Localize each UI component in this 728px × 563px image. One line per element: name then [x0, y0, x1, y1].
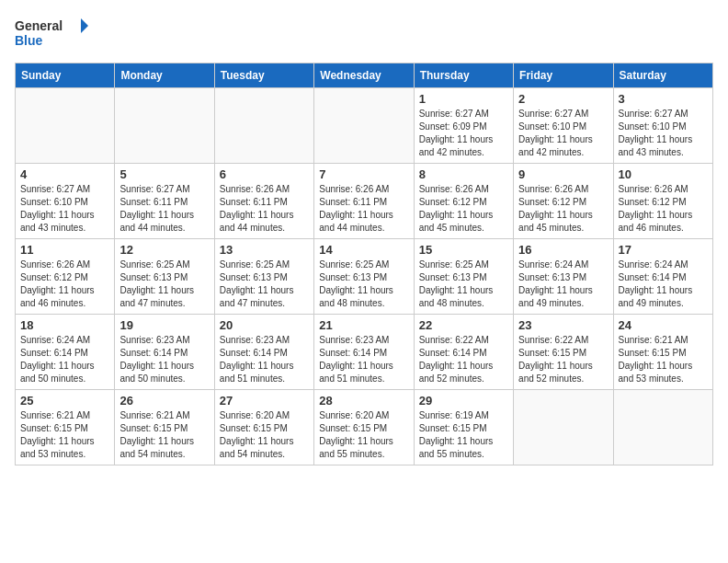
- calendar-cell: 10Sunrise: 6:26 AM Sunset: 6:12 PM Dayli…: [613, 164, 712, 239]
- day-info: Sunrise: 6:26 AM Sunset: 6:12 PM Dayligh…: [20, 259, 109, 310]
- calendar-cell: 26Sunrise: 6:21 AM Sunset: 6:15 PM Dayli…: [115, 390, 214, 465]
- day-number: 8: [419, 167, 508, 181]
- day-number: 17: [619, 243, 708, 257]
- day-number: 12: [119, 243, 209, 257]
- day-number: 11: [20, 243, 109, 257]
- day-info: Sunrise: 6:20 AM Sunset: 6:15 PM Dayligh…: [319, 409, 408, 461]
- logo-svg: General Blue: [15, 15, 88, 52]
- calendar-table: SundayMondayTuesdayWednesdayThursdayFrid…: [15, 63, 713, 465]
- calendar-cell: 14Sunrise: 6:25 AM Sunset: 6:13 PM Dayli…: [314, 239, 414, 315]
- day-info: Sunrise: 6:21 AM Sunset: 6:15 PM Dayligh…: [619, 334, 708, 385]
- day-number: 19: [119, 318, 209, 332]
- day-number: 14: [319, 243, 408, 257]
- day-number: 25: [20, 394, 109, 408]
- calendar-cell: 9Sunrise: 6:26 AM Sunset: 6:12 PM Daylig…: [514, 164, 613, 239]
- calendar-cell: 3Sunrise: 6:27 AM Sunset: 6:10 PM Daylig…: [613, 88, 712, 164]
- day-info: Sunrise: 6:22 AM Sunset: 6:15 PM Dayligh…: [518, 334, 608, 385]
- day-info: Sunrise: 6:25 AM Sunset: 6:13 PM Dayligh…: [419, 259, 508, 310]
- day-number: 4: [20, 167, 109, 181]
- page-header: General Blue: [15, 15, 713, 52]
- calendar-cell: 17Sunrise: 6:24 AM Sunset: 6:14 PM Dayli…: [613, 239, 712, 315]
- svg-text:Blue: Blue: [15, 33, 43, 48]
- day-number: 2: [518, 92, 608, 106]
- calendar-cell: 23Sunrise: 6:22 AM Sunset: 6:15 PM Dayli…: [514, 315, 613, 390]
- calendar-week-3: 11Sunrise: 6:26 AM Sunset: 6:12 PM Dayli…: [16, 239, 713, 315]
- calendar-week-5: 25Sunrise: 6:21 AM Sunset: 6:15 PM Dayli…: [16, 390, 713, 465]
- calendar-cell: 28Sunrise: 6:20 AM Sunset: 6:15 PM Dayli…: [314, 390, 414, 465]
- day-info: Sunrise: 6:24 AM Sunset: 6:14 PM Dayligh…: [619, 259, 708, 310]
- day-info: Sunrise: 6:26 AM Sunset: 6:12 PM Dayligh…: [619, 183, 708, 235]
- day-info: Sunrise: 6:27 AM Sunset: 6:11 PM Dayligh…: [119, 183, 209, 235]
- logo: General Blue: [15, 15, 88, 52]
- day-number: 24: [619, 318, 708, 332]
- day-number: 7: [319, 167, 408, 181]
- day-info: Sunrise: 6:24 AM Sunset: 6:13 PM Dayligh…: [518, 259, 608, 310]
- day-info: Sunrise: 6:25 AM Sunset: 6:13 PM Dayligh…: [119, 259, 209, 310]
- calendar-cell: 6Sunrise: 6:26 AM Sunset: 6:11 PM Daylig…: [214, 164, 313, 239]
- calendar-cell: [16, 88, 115, 164]
- calendar-cell: 8Sunrise: 6:26 AM Sunset: 6:12 PM Daylig…: [414, 164, 513, 239]
- day-info: Sunrise: 6:25 AM Sunset: 6:13 PM Dayligh…: [220, 259, 309, 310]
- day-number: 20: [220, 318, 309, 332]
- day-number: 18: [20, 318, 109, 332]
- day-info: Sunrise: 6:21 AM Sunset: 6:15 PM Dayligh…: [20, 409, 109, 461]
- calendar-week-1: 1Sunrise: 6:27 AM Sunset: 6:09 PM Daylig…: [16, 88, 713, 164]
- calendar-cell: 21Sunrise: 6:23 AM Sunset: 6:14 PM Dayli…: [314, 315, 414, 390]
- calendar-week-4: 18Sunrise: 6:24 AM Sunset: 6:14 PM Dayli…: [16, 315, 713, 390]
- calendar-cell: 11Sunrise: 6:26 AM Sunset: 6:12 PM Dayli…: [16, 239, 115, 315]
- calendar-cell: 7Sunrise: 6:26 AM Sunset: 6:11 PM Daylig…: [314, 164, 414, 239]
- day-info: Sunrise: 6:26 AM Sunset: 6:12 PM Dayligh…: [518, 183, 608, 235]
- day-number: 29: [419, 394, 508, 408]
- calendar-cell: [514, 390, 613, 465]
- day-info: Sunrise: 6:26 AM Sunset: 6:11 PM Dayligh…: [220, 183, 309, 235]
- day-number: 13: [220, 243, 309, 257]
- weekday-header-thursday: Thursday: [414, 63, 513, 88]
- calendar-cell: 25Sunrise: 6:21 AM Sunset: 6:15 PM Dayli…: [16, 390, 115, 465]
- day-info: Sunrise: 6:22 AM Sunset: 6:14 PM Dayligh…: [419, 334, 508, 385]
- calendar-cell: 29Sunrise: 6:19 AM Sunset: 6:15 PM Dayli…: [414, 390, 513, 465]
- day-info: Sunrise: 6:21 AM Sunset: 6:15 PM Dayligh…: [119, 409, 209, 461]
- day-info: Sunrise: 6:23 AM Sunset: 6:14 PM Dayligh…: [220, 334, 309, 385]
- day-number: 21: [319, 318, 408, 332]
- weekday-header-tuesday: Tuesday: [214, 63, 313, 88]
- day-info: Sunrise: 6:23 AM Sunset: 6:14 PM Dayligh…: [319, 334, 408, 385]
- day-info: Sunrise: 6:27 AM Sunset: 6:10 PM Dayligh…: [619, 108, 708, 159]
- day-info: Sunrise: 6:26 AM Sunset: 6:12 PM Dayligh…: [419, 183, 508, 235]
- calendar-cell: 5Sunrise: 6:27 AM Sunset: 6:11 PM Daylig…: [115, 164, 214, 239]
- calendar-cell: 27Sunrise: 6:20 AM Sunset: 6:15 PM Dayli…: [214, 390, 313, 465]
- day-number: 3: [619, 92, 708, 106]
- calendar-cell: [214, 88, 313, 164]
- calendar-cell: 18Sunrise: 6:24 AM Sunset: 6:14 PM Dayli…: [16, 315, 115, 390]
- calendar-cell: 22Sunrise: 6:22 AM Sunset: 6:14 PM Dayli…: [414, 315, 513, 390]
- svg-text:General: General: [15, 18, 63, 33]
- weekday-header-saturday: Saturday: [613, 63, 712, 88]
- day-info: Sunrise: 6:26 AM Sunset: 6:11 PM Dayligh…: [319, 183, 408, 235]
- calendar-cell: 20Sunrise: 6:23 AM Sunset: 6:14 PM Dayli…: [214, 315, 313, 390]
- day-info: Sunrise: 6:19 AM Sunset: 6:15 PM Dayligh…: [419, 409, 508, 461]
- day-info: Sunrise: 6:23 AM Sunset: 6:14 PM Dayligh…: [119, 334, 209, 385]
- calendar-cell: 15Sunrise: 6:25 AM Sunset: 6:13 PM Dayli…: [414, 239, 513, 315]
- svg-marker-2: [81, 18, 88, 33]
- day-number: 1: [419, 92, 508, 106]
- calendar-cell: 2Sunrise: 6:27 AM Sunset: 6:10 PM Daylig…: [514, 88, 613, 164]
- day-number: 26: [119, 394, 209, 408]
- day-number: 28: [319, 394, 408, 408]
- calendar-cell: 24Sunrise: 6:21 AM Sunset: 6:15 PM Dayli…: [613, 315, 712, 390]
- day-info: Sunrise: 6:24 AM Sunset: 6:14 PM Dayligh…: [20, 334, 109, 385]
- day-number: 10: [619, 167, 708, 181]
- calendar-cell: [115, 88, 214, 164]
- calendar-cell: [613, 390, 712, 465]
- weekday-header-sunday: Sunday: [16, 63, 115, 88]
- day-number: 5: [119, 167, 209, 181]
- calendar-cell: 13Sunrise: 6:25 AM Sunset: 6:13 PM Dayli…: [214, 239, 313, 315]
- day-info: Sunrise: 6:27 AM Sunset: 6:10 PM Dayligh…: [20, 183, 109, 235]
- calendar-cell: 4Sunrise: 6:27 AM Sunset: 6:10 PM Daylig…: [16, 164, 115, 239]
- calendar-cell: 19Sunrise: 6:23 AM Sunset: 6:14 PM Dayli…: [115, 315, 214, 390]
- day-number: 27: [220, 394, 309, 408]
- day-number: 9: [518, 167, 608, 181]
- calendar-week-2: 4Sunrise: 6:27 AM Sunset: 6:10 PM Daylig…: [16, 164, 713, 239]
- day-info: Sunrise: 6:20 AM Sunset: 6:15 PM Dayligh…: [220, 409, 309, 461]
- day-number: 15: [419, 243, 508, 257]
- calendar-cell: 1Sunrise: 6:27 AM Sunset: 6:09 PM Daylig…: [414, 88, 513, 164]
- day-info: Sunrise: 6:27 AM Sunset: 6:10 PM Dayligh…: [518, 108, 608, 159]
